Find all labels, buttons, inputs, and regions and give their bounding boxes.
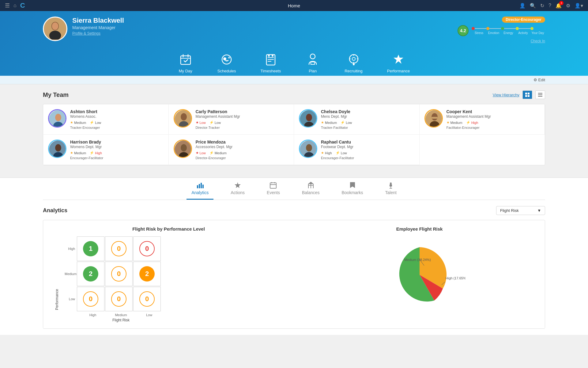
svg-point-16 <box>272 55 273 57</box>
tab-events-label: Events <box>267 190 280 195</box>
team-member-role: Management Assistant Mgr <box>447 114 540 119</box>
svg-point-36 <box>55 114 61 121</box>
svg-marker-27 <box>394 55 403 64</box>
header-section: Sierra Blackwell Management Manager Prof… <box>0 11 588 76</box>
nav-schedules[interactable]: Schedules <box>217 52 236 73</box>
nav-recruiting[interactable]: Recruiting <box>345 52 363 73</box>
tab-balances[interactable]: Balances <box>297 178 325 200</box>
nav-performance[interactable]: Performance <box>387 52 410 73</box>
hamburger-menu-icon[interactable]: ☰ <box>5 2 10 9</box>
cell-value: 0 <box>111 266 126 282</box>
my-day-label: My Day <box>179 69 192 73</box>
left-chart-title: Flight Risk by Performance Level <box>49 226 288 232</box>
grid-cell-low-high[interactable]: 0 <box>77 287 104 311</box>
user-title: Management Manager <box>72 25 124 30</box>
grid-cell-low-low[interactable]: 0 <box>133 287 161 311</box>
settings-icon[interactable]: ⚙ <box>566 3 570 9</box>
grid-cell-med-med[interactable]: 0 <box>105 262 133 286</box>
grid-cell-high-high[interactable]: 1 <box>77 236 104 261</box>
notification-icon[interactable]: 🔔 3 <box>556 3 562 9</box>
grid-view-button[interactable] <box>522 90 532 99</box>
team-card-info-cooper: Cooper Kent Management Assistant Mgr ★Me… <box>447 109 540 129</box>
svg-point-17 <box>310 54 315 59</box>
tab-analytics[interactable]: Analytics <box>187 178 213 200</box>
edit-button[interactable]: ⚙ Edit <box>533 78 545 82</box>
tab-bookmarks[interactable]: Bookmarks <box>337 178 368 200</box>
timesheets-label: Timesheets <box>261 69 281 73</box>
grid-cell-med-high[interactable]: 2 <box>77 262 104 286</box>
nav-plan[interactable]: Plan <box>305 52 320 73</box>
pie-chart: Medium (38.24%) High (17.65%) <box>374 236 466 313</box>
analytics-dropdown[interactable]: Flight Risk ▼ <box>496 206 545 215</box>
right-chart-title: Employee Flight Risk <box>300 226 539 232</box>
edit-row: ⚙ Edit <box>0 76 588 84</box>
team-card-cooper[interactable]: Cooper Kent Management Assistant Mgr ★Me… <box>420 104 545 135</box>
avatar-price <box>174 140 192 158</box>
team-member-tags: Encourager-Facilitator <box>321 156 414 160</box>
team-card-raphael[interactable]: Raphael Cantu Footwear Dept. Mgr ★High ⚡… <box>294 135 420 165</box>
grid-cell-low-med[interactable]: 0 <box>105 287 133 311</box>
view-hierarchy-link[interactable]: View Hierarchy <box>493 93 519 97</box>
svg-point-52 <box>181 144 187 151</box>
tabs-section: Analytics Actions Events Balances Bookma… <box>0 178 588 200</box>
team-card-info-carly: Carly Patterson Management Assistant Mgr… <box>196 109 289 129</box>
grid-cell-high-low[interactable]: 0 <box>133 236 161 261</box>
schedules-label: Schedules <box>217 69 236 73</box>
team-card-chelsea[interactable]: Chelsea Doyle Mens Dept. Mgr ★Medium ⚡Lo… <box>294 104 420 135</box>
people-icon[interactable]: 👤 <box>519 3 526 9</box>
pie-label-high-text: High (17.65%) <box>446 276 466 280</box>
refresh-icon[interactable]: ↻ <box>540 3 544 9</box>
team-card-harrison[interactable]: Harrison Brady Womens Dept. Mgr ★Medium … <box>43 135 169 165</box>
team-member-name: Ashton Short <box>70 109 164 114</box>
team-card-carly[interactable]: Carly Patterson Management Assistant Mgr… <box>169 104 294 135</box>
performance-icon <box>391 52 406 67</box>
avatar-raphael <box>299 140 317 158</box>
team-card-ashton[interactable]: Ashton Short Womens Assoc. ★Medium ⚡Low … <box>43 104 169 135</box>
team-member-role: Management Assistant Mgr <box>196 114 289 119</box>
analytics-header: Analytics Flight Risk ▼ <box>43 206 545 215</box>
emotion-label: Emotion <box>486 31 501 35</box>
plan-label: Plan <box>309 69 317 73</box>
help-icon[interactable]: ? <box>548 3 551 8</box>
svg-rect-60 <box>202 185 204 188</box>
top-navigation: ☰ ⌂ C Home 👤 🔍 ↻ ? 🔔 3 ⚙ 👤▾ <box>0 0 588 11</box>
performance-label: Performance <box>387 69 410 73</box>
tab-talent-label: Talent <box>385 190 397 195</box>
brand-logo[interactable]: C <box>20 2 25 10</box>
grid-cell-med-low[interactable]: 2 <box>133 262 161 286</box>
cell-value: 0 <box>83 291 98 307</box>
profile-settings-link[interactable]: Profile & Settings <box>72 31 124 36</box>
your-day-label: Your Day <box>530 31 545 35</box>
svg-rect-61 <box>270 183 276 188</box>
team-member-name: Price Mendoza <box>196 140 289 144</box>
team-card-price[interactable]: Price Mendoza Accessories Dept. Mgr ★Low… <box>169 135 294 165</box>
svg-rect-30 <box>525 95 527 97</box>
nav-my-day[interactable]: My Day <box>178 52 193 73</box>
nav-timesheets[interactable]: Timesheets <box>261 52 281 73</box>
tab-actions[interactable]: Actions <box>226 178 250 200</box>
tab-balances-label: Balances <box>302 190 320 195</box>
team-member-stats: ★Medium ⚡Low <box>321 121 414 125</box>
search-icon[interactable]: 🔍 <box>530 3 536 9</box>
user-menu-icon[interactable]: 👤▾ <box>575 3 583 9</box>
avatar-cooper <box>424 109 443 128</box>
team-member-stats: ★Medium ⚡Low <box>70 121 164 125</box>
my-team-controls: View Hierarchy <box>493 90 545 99</box>
avatar-ashton <box>48 109 66 128</box>
recruiting-label: Recruiting <box>345 69 363 73</box>
tab-talent[interactable]: Talent <box>380 178 401 200</box>
grid-cell-high-med[interactable]: 0 <box>105 236 133 261</box>
checkin-link[interactable]: Check In <box>531 39 545 43</box>
cell-value: 1 <box>83 241 98 256</box>
wellness-score: 4.2 <box>458 25 469 36</box>
svg-rect-33 <box>538 94 542 95</box>
profile-row: Sierra Blackwell Management Manager Prof… <box>43 17 545 44</box>
plan-icon <box>305 52 320 67</box>
team-card-info-price: Price Mendoza Accessories Dept. Mgr ★Low… <box>196 140 289 160</box>
tab-events[interactable]: Events <box>262 178 285 200</box>
list-view-button[interactable] <box>535 90 545 99</box>
team-member-tags: Facilitator-Encourager <box>447 126 540 129</box>
x-label-low: Low <box>135 313 163 317</box>
home-icon[interactable]: ⌂ <box>13 3 17 8</box>
team-card-info-chelsea: Chelsea Doyle Mens Dept. Mgr ★Medium ⚡Lo… <box>321 109 414 129</box>
